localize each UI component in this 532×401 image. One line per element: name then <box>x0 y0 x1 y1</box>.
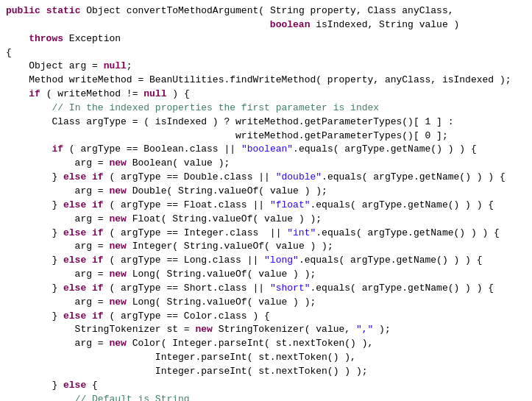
line-22: } else if ( argType == Short.class || "s… <box>0 282 532 296</box>
line-27: Integer.parseInt( st.nextToken() ), <box>0 351 532 365</box>
line-8: // In the indexed properties the first p… <box>0 102 532 116</box>
line-20: } else if ( argType == Long.class || "lo… <box>0 254 532 268</box>
line-19: arg = new Integer( String.valueOf( value… <box>0 240 532 254</box>
line-23: arg = new Long( String.valueOf( value ) … <box>0 296 532 310</box>
line-28: Integer.parseInt( st.nextToken() ) ); <box>0 365 532 379</box>
line-6: Method writeMethod = BeanUtilities.findW… <box>0 74 532 88</box>
line-26: arg = new Color( Integer.parseInt( st.ne… <box>0 337 532 351</box>
line-1: public static Object convertToMethodArgu… <box>0 4 532 18</box>
line-9: Class argType = ( isIndexed ) ? writeMet… <box>0 116 532 129</box>
line-3: throws Exception <box>0 32 532 46</box>
line-15: arg = new Double( String.valueOf( value … <box>0 185 532 199</box>
line-16: } else if ( argType == Float.class || "f… <box>0 199 532 213</box>
line-4: { <box>0 46 532 60</box>
line-29: } else { <box>0 379 532 393</box>
line-25: StringTokenizer st = new StringTokenizer… <box>0 323 532 337</box>
line-12: if ( argType == Boolean.class || "boolea… <box>0 143 532 157</box>
code-block: public static Object convertToMethodArgu… <box>0 0 532 401</box>
line-18: } else if ( argType == Integer.class || … <box>0 227 532 241</box>
line-2: boolean isIndexed, String value ) <box>0 18 532 32</box>
line-5: Object arg = null; <box>0 60 532 74</box>
line-24: } else if ( argType == Color.class ) { <box>0 310 532 324</box>
line-14: } else if ( argType == Double.class || "… <box>0 171 532 185</box>
line-7: if ( writeMethod != null ) { <box>0 88 532 102</box>
line-13: arg = new Boolean( value ); <box>0 157 532 171</box>
line-10: writeMethod.getParameterTypes()[ 0 ]; <box>0 129 532 143</box>
line-30: // Default is String <box>0 393 532 401</box>
line-21: arg = new Long( String.valueOf( value ) … <box>0 268 532 282</box>
line-17: arg = new Float( String.valueOf( value )… <box>0 213 532 227</box>
